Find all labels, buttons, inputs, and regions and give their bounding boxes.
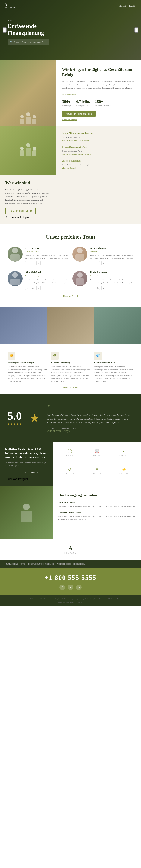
partner-label-3: COMPANY <box>119 454 129 456</box>
info-1-link[interactable]: Beispiel: Klicke um das Text Beispiele <box>62 140 136 142</box>
partner-logo-2: 📖 COMPANY <box>83 446 110 459</box>
team-bio-ann: Jelagher Cikk ist is connectus me et dol… <box>90 254 134 260</box>
stat-1: 300+ Abteilungen <box>62 99 71 106</box>
rating-link[interactable]: Aktion von Beispiel <box>47 429 72 432</box>
partner-logo-3: ✓ COMPANY <box>111 446 137 459</box>
search-input[interactable] <box>14 41 44 43</box>
hero-logo-sub: COMPANY <box>4 7 16 9</box>
bring-link2[interactable]: Aktion von Beispiel <box>62 119 77 121</box>
footer-social-x[interactable]: X <box>68 585 73 590</box>
stat-1-label: Abteilungen <box>62 104 71 106</box>
social-fb-alex[interactable]: f <box>25 286 29 290</box>
quote-mark-icon: " <box>47 403 134 412</box>
partner-label-2: COMPANY <box>92 454 102 456</box>
social-in-ann[interactable]: in <box>101 261 106 266</box>
footer-bottom: Contact info. Clik to in die klikke the … <box>0 595 141 606</box>
services-section: 🤝 Wirkungsvolle Beziehungen Sed diqmod l… <box>0 344 141 394</box>
rating-author: John Smith — CEO Unternehmen <box>47 427 134 429</box>
rating-section: 5.0 ★ ★ ★ ★ ★ ★ " Sed diqmod lacinia nun… <box>0 394 141 442</box>
team-bio-alex: Jelagher Cikk ist is connectus me et dol… <box>25 278 68 284</box>
footer-nav-links: ZUM ANDEREN SEITE FORTFÜHRUNG OHNE KLICK… <box>6 563 85 565</box>
person-2 <box>26 112 31 124</box>
social-in-alex[interactable]: in <box>36 286 40 290</box>
service-icon-box-3: 💎 <box>94 352 102 360</box>
nav-home[interactable]: HOME <box>119 5 126 7</box>
team-link[interactable]: Bilder von Beispiel <box>7 295 134 297</box>
bring-body: Du hast das schweiz gesorgt und ihn gefö… <box>62 80 135 90</box>
person-3 <box>32 115 36 124</box>
bring-section: Wir bringen Ihr tägliches Geschäft zum E… <box>0 60 141 126</box>
partner-icon-6: ⚡ <box>121 467 126 472</box>
footer-nav-link-1[interactable]: ZUM ANDEREN SEITE <box>6 563 25 565</box>
team-name-alex: Alex Grisfield <box>25 271 68 274</box>
who-learn-btn[interactable]: ERFAHREN SIE MEHR <box>5 208 35 214</box>
movement-item-1-body: Sample text. Click to is clikke the text… <box>58 505 135 508</box>
diamond-icon: 💎 <box>96 353 100 358</box>
hero-breadcrumb: BLOG <box>7 19 72 21</box>
partners-link[interactable]: Bilder von Beispiel <box>4 477 28 480</box>
hero-search-box[interactable]: 🔍 <box>7 39 49 45</box>
footer-nav-link-3[interactable]: WEITERE SEITE – KLICKE HIER <box>57 563 85 565</box>
services-link[interactable]: Aktion von Beispiel <box>7 386 134 388</box>
info-block-3: Unsere Governance Beispiel: Klicke um da… <box>62 159 136 169</box>
footer-logo-letter: A <box>6 545 135 552</box>
social-x-ann[interactable]: X <box>96 261 100 266</box>
hero-prev-button[interactable]: ❮ <box>3 27 7 33</box>
team-card-ann: Ann Richmond Manager Jelagher Cikk ist i… <box>73 247 134 266</box>
footer-bottom-text: Contact info. Clik to in die klikke the … <box>6 598 135 600</box>
info-3-link[interactable]: Inhalt von Beispiel <box>62 167 136 169</box>
who-body: Wir-gleichzeitig bekräftigt, beide Aspek… <box>5 188 51 205</box>
team-avatar-ann <box>73 247 87 262</box>
footer-nav-link-2[interactable]: FORTFÜHRUNG OHNE KLICK <box>28 563 54 565</box>
footer-copyright: Copyright 2024. All rights reserved. <box>6 601 135 604</box>
team-role-jeffrey: Anzeinen Leiter <box>25 250 68 252</box>
movement-item-2-title: Trainiere für ein Rennen <box>58 511 135 514</box>
partners-section: Schließen Sie sich über 1.000 Softwareun… <box>0 442 141 486</box>
service-title-3: Bestbewertete Dienste <box>94 362 134 364</box>
footer-social-fb[interactable]: f <box>59 585 65 590</box>
info-2-link[interactable]: Beispiel: Klicke um das Text Beispiele <box>62 153 136 155</box>
hero-logo: A COMPANY <box>4 3 16 9</box>
who-link[interactable]: Aktion von Beispiel <box>5 216 30 219</box>
bring-link1[interactable]: Inhalt von Beispiel <box>62 94 76 96</box>
social-icons-rosie: f X in <box>90 286 134 290</box>
rating-quote-area: " Sed diqmod lacinia nunc. Curabitur tor… <box>47 403 134 432</box>
footer-logo-container: A COMPANY <box>6 545 135 554</box>
star-1: ★ <box>7 423 10 426</box>
bring-title: Wir bringen Ihr tägliches Geschäft zum E… <box>62 67 135 77</box>
partners-demo-button[interactable]: Demo anfordern <box>4 470 57 475</box>
partner-logo-1: ◯ COMPANY <box>56 446 83 459</box>
hero-nav: A COMPANY HOME PAGE 1 <box>0 0 141 11</box>
social-in-rosie[interactable]: in <box>101 286 106 290</box>
footer-social-in[interactable]: in <box>76 585 82 590</box>
service-title-2: 15 Jahre Erfahrung <box>51 362 90 364</box>
team-title: Unser perfektes Team <box>7 234 134 240</box>
social-fb-jeffrey[interactable]: f <box>25 261 29 266</box>
hero-next-button[interactable]: ❯ <box>134 27 138 33</box>
footer-phone-section: +1 800 555 5555 f X in <box>0 568 141 595</box>
movement-img-content <box>21 504 32 522</box>
partner-label-1: COMPANY <box>65 454 75 456</box>
team-info-ann: Ann Richmond Manager Jelagher Cikk ist i… <box>90 247 134 266</box>
movement-section: Der Bewegung beitreten Verändert Leben S… <box>0 486 141 539</box>
service-icon-box-1: 🤝 <box>7 352 16 360</box>
rating-quote-text: Sed diqmod lacinia nunc. Curabitur torto… <box>47 413 134 425</box>
social-x-alex[interactable]: X <box>31 286 35 290</box>
social-fb-rosie[interactable]: f <box>90 286 94 290</box>
stat-2-label: Bewilligt Mittel <box>76 104 90 106</box>
social-in-jeffrey[interactable]: in <box>36 261 40 266</box>
team-info-jeffrey: Jeffrey Brown Anzeinen Leiter Jelagher C… <box>25 247 68 266</box>
bring-cta-button[interactable]: Aktuelle Projekte anzeigen <box>62 111 95 117</box>
team-bio-jeffrey: Jelagher Cikk ist is connectus me et dol… <box>25 254 68 260</box>
who-section: Wer wir sind Wir-gleichzeitig bekräftigt… <box>0 126 141 225</box>
image-2 <box>47 307 94 344</box>
partners-left: Schließen Sie sich über 1.000 Softwareun… <box>0 442 53 486</box>
team-info-rosie: Rosie Swanson Verkäuflicher Jelagher Cik… <box>90 271 134 290</box>
team-name-jeffrey: Jeffrey Brown <box>25 247 68 250</box>
service-card-3: 💎 Bestbewertete Dienste Sed diqmod lacin… <box>94 352 134 383</box>
nav-page1[interactable]: PAGE 1 <box>129 5 137 7</box>
social-x-jeffrey[interactable]: X <box>31 261 35 266</box>
social-fb-ann[interactable]: f <box>90 261 94 266</box>
social-x-rosie[interactable]: X <box>96 286 100 290</box>
people-group <box>0 60 56 126</box>
